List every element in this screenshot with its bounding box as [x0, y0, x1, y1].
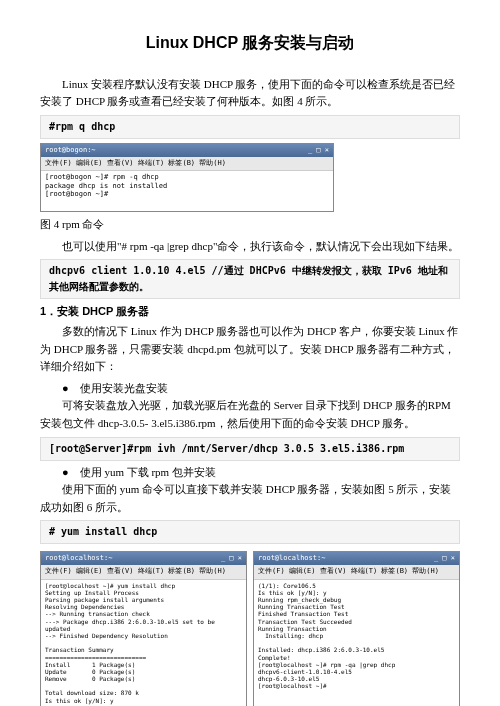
- paragraph-install-intro: 多数的情况下 Linux 作为 DHCP 服务器也可以作为 DHCP 客户，你要…: [40, 323, 460, 376]
- window-controls: _ □ ×: [308, 145, 329, 156]
- command-rpm-q: #rpm q dhcp: [40, 115, 460, 139]
- terminal-menubar: 文件(F) 编辑(E) 查看(V) 终端(T) 标签(B) 帮助(H): [41, 157, 333, 171]
- terminal-title-text: root@localhost:~: [258, 553, 325, 564]
- page-title: Linux DHCP 服务安装与启动: [40, 30, 460, 56]
- figure-4-caption: 图 4 rpm 命令: [40, 216, 460, 234]
- command-yum-install: # yum install dhcp: [40, 520, 460, 544]
- command-dhcpv6: dhcpv6 client 1.0.10 4.el5 //通过 DHCPv6 中…: [40, 259, 460, 299]
- intro-paragraph: Linux 安装程序默认没有安装 DHCP 服务，使用下面的命令可以检查系统是否…: [40, 76, 460, 111]
- terminal-title-text: root@localhost:~: [45, 553, 112, 564]
- terminal-output: [root@bogon ~]# rpm -q dhcp package dhcp…: [41, 171, 333, 211]
- terminal-fig5: root@localhost:~ _ □ × 文件(F) 编辑(E) 查看(V)…: [40, 551, 247, 706]
- command-rpm-ivh: [root@Server]#rpm ivh /mnt/Server/dhcp 3…: [40, 437, 460, 461]
- paragraph-cdrom-detail: 可将安装盘放入光驱，加载光驱后在光盘的 Server 目录下找到 DHCP 服务…: [40, 397, 460, 432]
- section-1-heading: 1．安装 DHCP 服务器: [40, 303, 460, 321]
- terminal-output: [root@localhost ~]# yum install dhcp Set…: [41, 580, 246, 706]
- terminal-fig4: root@bogon:~ _ □ × 文件(F) 编辑(E) 查看(V) 终端(…: [40, 143, 334, 212]
- bullet-cdrom-install: ● 使用安装光盘安装: [62, 380, 460, 398]
- terminal-titlebar: root@localhost:~ _ □ ×: [254, 552, 459, 565]
- paragraph-rpm-qa: 也可以使用"# rpm -qa |grep dhcp"命令，执行该命令，默认情况…: [40, 238, 460, 256]
- terminal-titlebar: root@localhost:~ _ □ ×: [41, 552, 246, 565]
- terminal-fig6: root@localhost:~ _ □ × 文件(F) 编辑(E) 查看(V)…: [253, 551, 460, 706]
- terminal-menubar: 文件(F) 编辑(E) 查看(V) 终端(T) 标签(B) 帮助(H): [254, 565, 459, 579]
- window-controls: _ □ ×: [221, 553, 242, 564]
- terminal-output: (1/1): Core106.5 Is this ok [y/N]: y Run…: [254, 580, 459, 692]
- paragraph-yum-detail: 使用下面的 yum 命令可以直接下载并安装 DHCP 服务器，安装如图 5 所示…: [40, 481, 460, 516]
- window-controls: _ □ ×: [434, 553, 455, 564]
- terminal-title-text: root@bogon:~: [45, 145, 96, 156]
- terminal-titlebar: root@bogon:~ _ □ ×: [41, 144, 333, 157]
- bullet-yum-install: ● 使用 yum 下载 rpm 包并安装: [62, 464, 460, 482]
- terminal-menubar: 文件(F) 编辑(E) 查看(V) 终端(T) 标签(B) 帮助(H): [41, 565, 246, 579]
